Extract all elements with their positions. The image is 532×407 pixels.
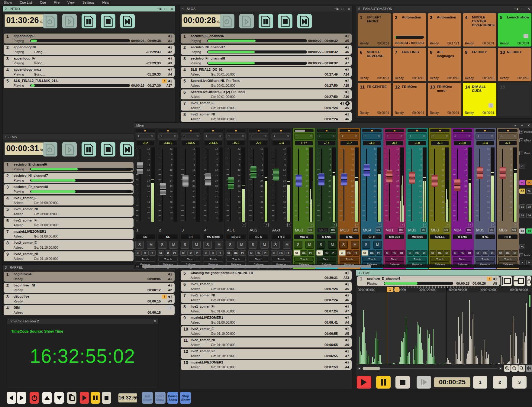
fader-track[interactable] <box>479 149 480 221</box>
menu-icon[interactable]: ≡ <box>514 123 517 128</box>
strip-button-di[interactable]: DI <box>443 250 450 256</box>
solo-button[interactable]: S <box>317 241 325 249</box>
pan-cue-tile[interactable]: 13 FR MOve more Ready 00:00:01 <box>428 83 461 116</box>
toolbar-up-button[interactable] <box>42 392 52 404</box>
solo-button[interactable]: S <box>181 241 189 249</box>
close-icon[interactable]: ✕ <box>153 318 157 324</box>
pan-cue-tile[interactable]: 11 FR CENTRE Ready 00:00:01 <box>358 83 391 116</box>
menu-item-help[interactable]: Help <box>102 1 109 4</box>
mute-button[interactable]: M <box>283 241 291 249</box>
strip-button-ø[interactable]: Ø <box>187 250 194 256</box>
strip-button-re[interactable]: RE <box>391 250 398 256</box>
solo-button[interactable]: S <box>249 241 257 249</box>
mute-button[interactable]: M <box>237 241 246 249</box>
cue-stop-button[interactable] <box>278 14 292 28</box>
init-show-button[interactable]: Init Show <box>142 392 153 404</box>
fader-track[interactable] <box>140 149 140 221</box>
pan-cue-tile[interactable]: 14 DIM ALL CUES ! Ready 00:00:01 <box>463 83 496 116</box>
cue-skip-button[interactable] <box>120 142 134 157</box>
touch-button[interactable]: Touch <box>408 257 427 262</box>
minimize-icon[interactable]: − <box>520 123 524 128</box>
cue-row[interactable]: 5 SecretLiveOfStars-NLPro Tools Asleep G… <box>181 78 352 88</box>
os-button[interactable]: OS <box>398 228 404 233</box>
touch-button[interactable]: Touch <box>158 257 178 262</box>
strip-button-di[interactable]: DI <box>511 250 518 256</box>
cue-row[interactable]: 2 secintro_Nl_channel7 Playing 00:0 <box>4 173 134 183</box>
channel-add-row[interactable]: +≡ <box>294 133 314 140</box>
close-icon[interactable]: ✕ <box>527 6 530 11</box>
pan-cue-tile[interactable]: 5 Launch show ! Ready 00:00:01 <box>498 13 531 47</box>
cue-play-button[interactable] <box>239 14 254 28</box>
cue-row[interactable]: 8 live1_zomer_Nl Asleep Go: 01:00:00:000… <box>181 112 352 122</box>
panel-button-s[interactable]: S <box>519 260 525 265</box>
cue-row[interactable]: 8 live2_zomer_E Asleep Go: 01:10:00:000 <box>4 240 134 250</box>
meter-expand-icon[interactable]: + <box>310 223 314 227</box>
panel-button-s4[interactable]: S4 <box>526 213 532 218</box>
maximize-icon[interactable]: □ <box>163 6 167 11</box>
meter-expand-icon[interactable]: + <box>491 223 495 227</box>
meter-expand-icon[interactable]: + <box>355 223 359 227</box>
cue-power-button[interactable] <box>43 14 57 28</box>
touch-button[interactable]: Touch <box>226 257 246 262</box>
strip-button-sf[interactable]: SF <box>226 250 232 256</box>
strip-button-re[interactable]: RE <box>233 250 239 256</box>
cue-row[interactable]: 1 secintro_E_channel6 Playing 00:00:22 -… <box>181 34 352 44</box>
menu-item-cue-list[interactable]: Cue List <box>20 1 32 4</box>
mute-button[interactable]: M <box>373 241 382 249</box>
cue-row[interactable]: 3 début live Ready 00:00:15 A3 ! <box>4 294 175 304</box>
strip-button-sf[interactable]: SF <box>362 250 368 256</box>
panel-button-bc[interactable]: BC <box>526 180 532 185</box>
channel-add-row[interactable]: +≡ <box>181 133 200 140</box>
editor-stop-button[interactable] <box>395 376 410 389</box>
channel-add-row[interactable]: +≡ <box>204 133 223 140</box>
mute-button[interactable]: M <box>260 241 269 249</box>
pin-region-button[interactable] <box>514 276 525 286</box>
fader-thumb[interactable] <box>500 167 506 179</box>
pan-cue-tile[interactable]: 4 MIDDLE CENTER DIVERGENCE Ready 00:00:0… <box>463 13 496 47</box>
zoom-fit-button[interactable] <box>518 365 525 372</box>
fader-thumb[interactable] <box>137 162 143 174</box>
channel-add-row[interactable]: +≡ <box>430 133 450 140</box>
zoom-waveform-button[interactable] <box>526 365 532 372</box>
mute-button[interactable]: M <box>305 241 314 249</box>
playhead[interactable] <box>446 286 447 364</box>
strip-button-sf[interactable]: SF <box>316 250 323 256</box>
cue-row[interactable]: 2 begin live _Nl Ready 00:00:12 A2 <box>4 283 175 293</box>
strip-button-re[interactable]: RE <box>301 250 307 256</box>
strip-button-sf[interactable]: SF <box>180 250 187 256</box>
menu-item-cue[interactable]: Cue <box>40 1 46 4</box>
cue-row[interactable]: 12 live2_zomer_Fr Asleep Go: 01:10:00:00… <box>181 349 352 359</box>
strip-button-re[interactable]: RE <box>414 250 421 256</box>
cue-pause-button[interactable] <box>259 14 273 28</box>
marker-badge[interactable]: 1 <box>387 287 393 292</box>
strip-button-sf[interactable]: SF <box>294 250 300 256</box>
cue-row[interactable]: 3 secintro_Fr_channel8 Playing 00:0 <box>4 184 134 194</box>
lock-button[interactable] <box>527 276 531 286</box>
editor-pause-button[interactable] <box>376 376 391 389</box>
fader-thumb[interactable] <box>296 175 302 187</box>
panel-button-s3[interactable]: S3 <box>519 213 525 218</box>
cue-row[interactable]: 1 secintro_E_channel6 Playing 00:0 <box>4 162 134 172</box>
panel-toggle-gain[interactable]: - <box>519 151 523 155</box>
fader-track[interactable] <box>366 149 367 221</box>
panel-button-s1[interactable]: S1 <box>519 204 525 209</box>
touch-button[interactable]: Touch <box>136 257 155 262</box>
meter-expand-icon[interactable]: + <box>242 223 246 227</box>
strip-button-sf[interactable]: SF <box>203 250 210 256</box>
meter-expand-icon[interactable]: + <box>514 223 518 227</box>
strip-button-sf[interactable]: SF <box>498 250 504 256</box>
strip-button-pf[interactable]: PF <box>262 250 269 256</box>
strip-button-pf[interactable]: PF <box>240 250 246 256</box>
mute-button[interactable]: M <box>169 241 178 249</box>
strip-button-re[interactable]: RE <box>346 250 353 256</box>
pan-cue-tile[interactable]: 8 ALL languages Ready 00:00:10 <box>428 48 461 81</box>
cue-row[interactable]: 1 appendloopE Playing 00:00:26 - 00:09:3… <box>4 34 175 44</box>
cue-power-button[interactable] <box>220 14 234 28</box>
panel-button-dc[interactable]: DC <box>519 228 525 234</box>
toolbar-play-button[interactable] <box>80 392 89 404</box>
pan-cue-tile[interactable]: 3 Automation Ready 00:17:21 <box>428 13 461 47</box>
cue-pause-button[interactable] <box>82 142 96 157</box>
pause-show-button[interactable]: Pause Show <box>167 392 178 404</box>
fader-thumb[interactable] <box>160 183 166 195</box>
os-button[interactable]: OS <box>353 228 359 233</box>
